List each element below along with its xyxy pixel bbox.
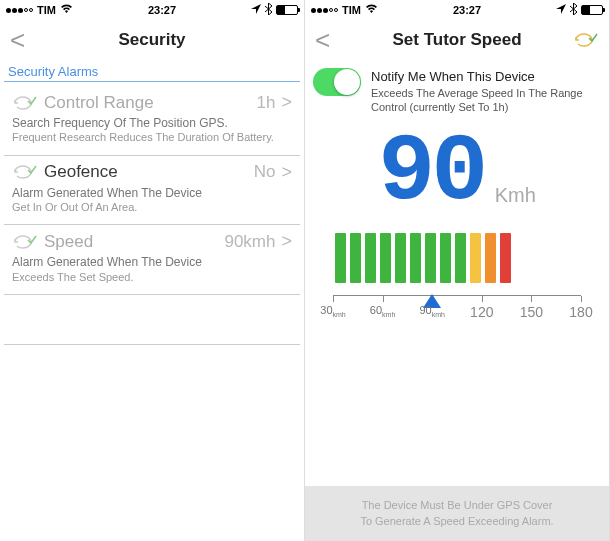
chevron-right-icon: >: [281, 92, 292, 113]
speed-value: 90: [378, 131, 484, 217]
notify-toggle-row: Notify Me When This Device Exceeds The A…: [305, 60, 609, 123]
status-bar: TIM 23:27: [305, 0, 609, 20]
screen-tutor-speed: TIM 23:27 < Set Tutor Speed Notify Me Wh…: [305, 0, 610, 541]
row-title: Geofence: [44, 162, 118, 182]
speed-unit: Kmh: [495, 184, 536, 207]
carrier-label: TIM: [342, 4, 361, 16]
carrier-label: TIM: [37, 4, 56, 16]
row-value: 1h: [257, 93, 276, 113]
page-title: Set Tutor Speed: [392, 30, 521, 50]
reload-icon: [12, 164, 38, 180]
row-control-range[interactable]: Control Range 1h > Search Frequency Of T…: [4, 86, 300, 156]
reload-icon[interactable]: [573, 32, 599, 48]
back-button[interactable]: <: [10, 25, 25, 56]
notify-toggle[interactable]: [313, 68, 361, 96]
section-header: Security Alarms: [0, 60, 304, 81]
row-title: Speed: [44, 232, 93, 252]
row-description: Exceeds The Set Speed.: [12, 270, 292, 284]
battery-icon: [581, 5, 603, 15]
row-description: Get In Or Out Of An Area.: [12, 200, 292, 214]
row-geofence[interactable]: Geofence No > Alarm Generated When The D…: [4, 156, 300, 226]
nav-bar: < Security: [0, 20, 304, 60]
speed-bars: [305, 217, 609, 287]
row-value: No: [254, 162, 276, 182]
reload-icon: [12, 95, 38, 111]
signal-dots: [6, 8, 33, 13]
row-speed[interactable]: Speed 90kmh > Alarm Generated When The D…: [4, 225, 300, 295]
speed-slider[interactable]: 30kmh 60kmh 90kmh 120 150 180: [333, 295, 581, 331]
row-title: Control Range: [44, 93, 154, 113]
status-bar: TIM 23:27: [0, 0, 304, 20]
row-description: Frequent Research Reduces The Duration O…: [12, 130, 292, 144]
empty-row: [4, 315, 300, 345]
chevron-right-icon: >: [281, 162, 292, 183]
nav-bar: < Set Tutor Speed: [305, 20, 609, 60]
status-time: 23:27: [148, 4, 176, 16]
row-subtitle: Alarm Generated When The Device: [12, 186, 292, 200]
notify-description: Notify Me When This Device Exceeds The A…: [371, 68, 583, 115]
row-value: 90kmh: [224, 232, 275, 252]
row-subtitle: Search Frequency Of The Position GPS.: [12, 116, 292, 130]
location-icon: [251, 4, 261, 16]
reload-icon: [12, 234, 38, 250]
bluetooth-icon: [570, 3, 577, 17]
wifi-icon: [365, 4, 378, 16]
empty-row: [4, 365, 300, 395]
signal-dots: [311, 8, 338, 13]
speed-display: 90 Kmh: [305, 123, 609, 217]
bluetooth-icon: [265, 3, 272, 17]
back-button[interactable]: <: [315, 25, 330, 56]
location-icon: [556, 4, 566, 16]
row-subtitle: Alarm Generated When The Device: [12, 255, 292, 269]
footer-note: The Device Must Be Under GPS Cover To Ge…: [305, 486, 609, 541]
page-title: Security: [118, 30, 185, 50]
wifi-icon: [60, 4, 73, 16]
screen-security: TIM 23:27 < Security Security Alarms Con…: [0, 0, 305, 541]
battery-icon: [276, 5, 298, 15]
status-time: 23:27: [453, 4, 481, 16]
chevron-right-icon: >: [281, 231, 292, 252]
